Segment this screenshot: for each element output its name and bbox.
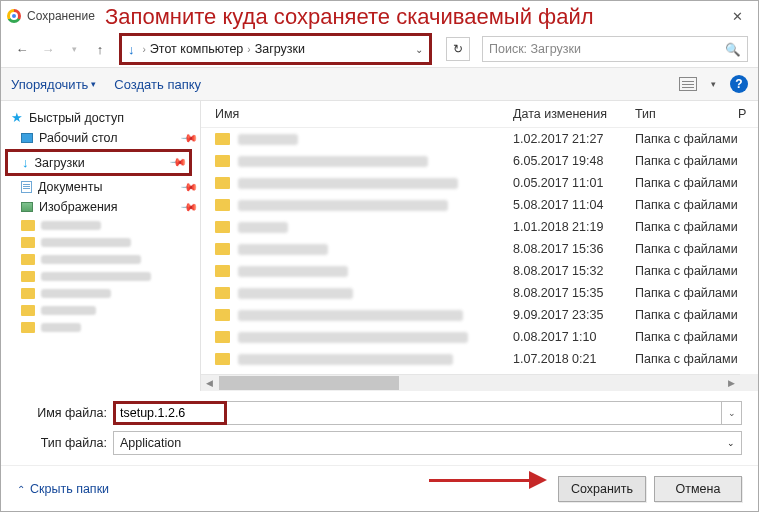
cell-type: Папка с файлами [635, 132, 758, 146]
cell-type: Папка с файлами [635, 220, 758, 234]
cell-type: Папка с файлами [635, 330, 758, 344]
view-options-icon[interactable] [679, 77, 697, 91]
table-row[interactable]: 5.08.2017 11:04Папка с файлами [201, 194, 758, 216]
cell-date: 8.08.2017 15:36 [513, 242, 635, 256]
search-placeholder: Поиск: Загрузки [489, 42, 581, 56]
up-button[interactable]: ↑ [89, 38, 111, 60]
scroll-left-icon[interactable]: ◀ [201, 375, 218, 392]
table-row[interactable]: 8.08.2017 15:36Папка с файлами [201, 238, 758, 260]
cell-date: 1.02.2017 21:27 [513, 132, 635, 146]
cell-type: Папка с файлами [635, 352, 758, 366]
cell-type: Папка с файлами [635, 154, 758, 168]
hide-folders-toggle[interactable]: ⌃ Скрыть папки [17, 482, 109, 496]
help-icon[interactable]: ? [730, 75, 748, 93]
file-list: Имя Дата изменения Тип Р 1.02.2017 21:27… [201, 101, 758, 391]
sidebar-item-blurred[interactable] [1, 285, 200, 302]
star-icon: ★ [11, 110, 23, 125]
close-icon[interactable]: ✕ [722, 9, 752, 24]
sidebar-item-blurred[interactable] [1, 319, 200, 336]
refresh-button[interactable]: ↻ [446, 37, 470, 61]
chevron-down-icon: ⌄ [727, 438, 735, 448]
annotation-arrow [429, 471, 547, 489]
sidebar-item-pictures[interactable]: Изображения 📌 [1, 197, 200, 217]
cell-type: Папка с файлами [635, 198, 758, 212]
breadcrumb-this-pc[interactable]: Этот компьютер [150, 42, 243, 56]
horizontal-scrollbar[interactable]: ◀ ▶ [201, 374, 740, 391]
navigation-sidebar: ★ Быстрый доступ Рабочий стол 📌 ↓ Загруз… [1, 101, 201, 391]
column-header-name[interactable]: Имя [215, 107, 513, 121]
table-row[interactable]: 8.08.2017 15:35Папка с файлами [201, 282, 758, 304]
chevron-right-icon: › [143, 44, 146, 55]
cell-date: 6.05.2017 19:48 [513, 154, 635, 168]
chevron-up-icon: ⌃ [17, 484, 25, 495]
table-row[interactable]: 0.05.2017 11:01Папка с файлами [201, 172, 758, 194]
filename-label: Имя файла: [17, 406, 113, 420]
breadcrumb[interactable]: ↓ › Этот компьютер › Загрузки ⌄ [119, 33, 432, 65]
sidebar-quick-access[interactable]: ★ Быстрый доступ [1, 107, 200, 128]
table-row[interactable]: 6.05.2017 19:48Папка с файлами [201, 150, 758, 172]
table-row[interactable]: 1.02.2017 21:27Папка с файлами [201, 128, 758, 150]
chrome-icon [7, 9, 21, 23]
sidebar-item-documents[interactable]: Документы 📌 [1, 177, 200, 197]
filename-highlight [113, 401, 227, 425]
sidebar-item-blurred[interactable] [1, 251, 200, 268]
folder-icon [215, 199, 230, 211]
cell-type: Папка с файлами [635, 242, 758, 256]
breadcrumb-dropdown-icon[interactable]: ⌄ [415, 44, 423, 55]
sidebar-item-downloads[interactable]: ↓ Загрузки 📌 [8, 152, 189, 173]
cell-type: Папка с файлами [635, 308, 758, 322]
cell-type: Папка с файлами [635, 264, 758, 278]
forward-button[interactable]: → [37, 38, 59, 60]
scrollbar-thumb[interactable] [219, 376, 399, 390]
save-button[interactable]: Сохранить [558, 476, 646, 502]
folder-icon [215, 133, 230, 145]
back-button[interactable]: ← [11, 38, 33, 60]
chevron-down-icon[interactable]: ▾ [711, 79, 716, 89]
folder-icon [215, 287, 230, 299]
annotation-remember-location: Запомните куда сохраняете скачиваемый фа… [105, 4, 594, 30]
document-icon [21, 181, 32, 193]
filename-dropdown-icon[interactable]: ⌄ [722, 401, 742, 425]
desktop-icon [21, 133, 33, 143]
download-location-icon: ↓ [128, 42, 135, 57]
organize-menu[interactable]: Упорядочить ▾ [11, 77, 96, 92]
column-header-type[interactable]: Тип [635, 107, 738, 121]
pin-icon: 📌 [179, 128, 198, 147]
cancel-button[interactable]: Отмена [654, 476, 742, 502]
cell-date: 8.08.2017 15:35 [513, 286, 635, 300]
scroll-right-icon[interactable]: ▶ [723, 375, 740, 392]
table-row[interactable]: 1.01.2018 21:19Папка с файлами [201, 216, 758, 238]
cell-date: 9.09.2017 23:35 [513, 308, 635, 322]
sidebar-item-blurred[interactable] [1, 268, 200, 285]
table-row[interactable]: 8.08.2017 15:32Папка с файлами [201, 260, 758, 282]
folder-icon [215, 309, 230, 321]
sidebar-item-desktop[interactable]: Рабочий стол 📌 [1, 128, 200, 148]
folder-icon [215, 265, 230, 277]
chevron-down-icon: ▾ [91, 79, 96, 89]
cell-type: Папка с файлами [635, 176, 758, 190]
download-icon: ↓ [22, 155, 29, 170]
search-input[interactable]: Поиск: Загрузки 🔍 [482, 36, 748, 62]
pin-icon: 📌 [168, 153, 187, 172]
sidebar-item-blurred[interactable] [1, 234, 200, 251]
sidebar-item-blurred[interactable] [1, 217, 200, 234]
folder-icon [215, 177, 230, 189]
column-header-date[interactable]: Дата изменения [513, 107, 635, 121]
pin-icon: 📌 [179, 197, 198, 216]
folder-icon [215, 155, 230, 167]
new-folder-button[interactable]: Создать папку [114, 77, 201, 92]
table-row[interactable]: 1.07.2018 0:21Папка с файлами [201, 348, 758, 370]
sidebar-item-blurred[interactable] [1, 302, 200, 319]
filename-input[interactable] [120, 406, 220, 420]
column-header-p[interactable]: Р [738, 107, 758, 121]
filetype-select[interactable]: Application ⌄ [113, 431, 742, 455]
table-row[interactable]: 0.08.2017 1:10Папка с файлами [201, 326, 758, 348]
cell-date: 0.08.2017 1:10 [513, 330, 635, 344]
recent-dropdown-icon[interactable]: ▾ [63, 38, 85, 60]
cell-date: 1.07.2018 0:21 [513, 352, 635, 366]
table-row[interactable]: 9.09.2017 23:35Папка с файлами [201, 304, 758, 326]
breadcrumb-downloads[interactable]: Загрузки [255, 42, 305, 56]
chevron-right-icon: › [247, 44, 250, 55]
window-title: Сохранение [27, 9, 95, 23]
cell-type: Папка с файлами [635, 286, 758, 300]
